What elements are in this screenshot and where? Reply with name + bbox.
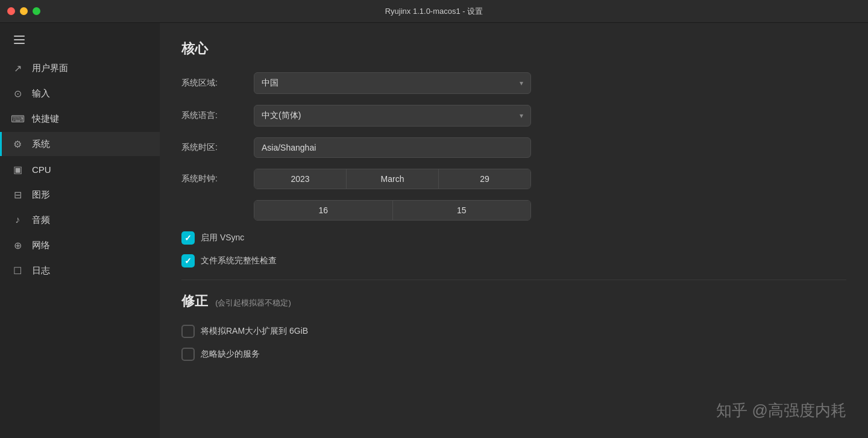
hamburger-icon	[14, 36, 25, 44]
vsync-row: ✓ 启用 VSync	[181, 231, 846, 245]
region-control: 中国 ▾	[254, 72, 531, 94]
fix-subtitle: (会引起模拟器不稳定)	[215, 298, 291, 307]
sidebar-label-ui: 用户界面	[32, 63, 68, 74]
titlebar: Ryujinx 1.1.0-macos1 - 设置	[0, 0, 868, 23]
section-divider	[181, 280, 846, 280]
hotkeys-icon: ⌨	[11, 113, 24, 125]
audio-icon: ♪	[11, 214, 24, 226]
vsync-label: 启用 VSync	[201, 233, 244, 243]
language-label: 系统语言:	[181, 110, 254, 121]
fscheck-row: ✓ 文件系统完整性检查	[181, 254, 846, 267]
time-row: 16 15	[254, 200, 846, 221]
timezone-value: Asia/Shanghai	[262, 143, 316, 152]
ignoreservices-label: 忽略缺少的服务	[201, 349, 260, 360]
sidebar-label-system: 系统	[32, 139, 50, 150]
maximize-button[interactable]	[33, 7, 40, 15]
window-controls[interactable]	[7, 7, 40, 15]
sidebar-item-log[interactable]: ☐ 日志	[0, 258, 160, 283]
check-icon: ✓	[184, 256, 192, 266]
month-cell[interactable]: March	[347, 169, 439, 189]
fscheck-label: 文件系统完整性检查	[201, 255, 277, 266]
chevron-down-icon: ▾	[520, 79, 523, 87]
sidebar-label-network: 网络	[32, 240, 50, 251]
content-area: 核心 系统区域: 中国 ▾ 系统语言: 中文(简体) ▾ 系统时区:	[160, 23, 868, 438]
sidebar: ↗ 用户界面 ⊙ 输入 ⌨ 快捷键 ⚙ 系统 ▣ CPU ⊟ 图形 ♪ 音频	[0, 23, 160, 438]
sidebar-label-graphics: 图形	[32, 189, 50, 201]
sidebar-label-log: 日志	[32, 265, 50, 277]
clock-date-control: 2023 March 29	[254, 169, 531, 189]
expandram-row: 将模拟RAM大小扩展到 6GiB	[181, 325, 846, 338]
chevron-down-icon: ▾	[520, 111, 523, 120]
sidebar-label-hotkeys: 快捷键	[32, 113, 59, 125]
sidebar-label-input: 输入	[32, 88, 50, 99]
timezone-control: Asia/Shanghai	[254, 137, 531, 158]
language-control: 中文(简体) ▾	[254, 105, 531, 127]
hour-cell[interactable]: 16	[254, 201, 393, 220]
graphics-icon: ⊟	[11, 189, 24, 201]
vsync-checkbox[interactable]: ✓	[181, 231, 195, 245]
sidebar-label-cpu: CPU	[32, 164, 51, 175]
time-picker-wrapper: 16 15	[254, 200, 531, 221]
clock-label: 系统时钟:	[181, 174, 254, 184]
sidebar-item-cpu[interactable]: ▣ CPU	[0, 157, 160, 181]
day-cell[interactable]: 29	[439, 169, 530, 189]
region-row: 系统区域: 中国 ▾	[181, 72, 846, 94]
sidebar-item-audio[interactable]: ♪ 音频	[0, 208, 160, 232]
sidebar-item-input[interactable]: ⊙ 输入	[0, 81, 160, 105]
language-row: 系统语言: 中文(简体) ▾	[181, 105, 846, 127]
ignoreservices-checkbox[interactable]	[181, 348, 195, 361]
fix-section-title: 修正 (会引起模拟器不稳定)	[181, 292, 846, 310]
ui-icon: ↗	[11, 62, 24, 74]
fix-title: 修正	[181, 293, 208, 308]
language-value: 中文(简体)	[262, 110, 301, 121]
log-icon: ☐	[11, 264, 24, 277]
expandram-checkbox[interactable]	[181, 325, 195, 338]
watermark: 知乎 @高强度内耗	[716, 400, 846, 421]
sidebar-item-hotkeys[interactable]: ⌨ 快捷键	[0, 107, 160, 131]
fscheck-checkbox[interactable]: ✓	[181, 254, 195, 267]
sidebar-label-audio: 音频	[32, 214, 50, 226]
time-picker: 16 15	[254, 200, 531, 221]
expandram-label: 将模拟RAM大小扩展到 6GiB	[201, 326, 308, 337]
timezone-input[interactable]: Asia/Shanghai	[254, 137, 531, 158]
main-layout: ↗ 用户界面 ⊙ 输入 ⌨ 快捷键 ⚙ 系统 ▣ CPU ⊟ 图形 ♪ 音频	[0, 23, 868, 438]
region-value: 中国	[262, 78, 278, 89]
close-button[interactable]	[7, 7, 15, 15]
sidebar-item-system[interactable]: ⚙ 系统	[0, 132, 160, 156]
cpu-icon: ▣	[11, 163, 24, 175]
region-dropdown[interactable]: 中国 ▾	[254, 72, 531, 94]
sidebar-item-graphics[interactable]: ⊟ 图形	[0, 183, 160, 207]
network-icon: ⊕	[11, 239, 24, 251]
date-picker: 2023 March 29	[254, 169, 531, 189]
system-icon: ⚙	[11, 138, 24, 150]
minimize-button[interactable]	[20, 7, 28, 15]
sidebar-item-ui[interactable]: ↗ 用户界面	[0, 56, 160, 80]
hamburger-menu-button[interactable]	[7, 29, 31, 51]
sidebar-item-network[interactable]: ⊕ 网络	[0, 233, 160, 257]
clock-row: 系统时钟: 2023 March 29	[181, 169, 846, 189]
check-icon: ✓	[184, 233, 192, 243]
minute-cell[interactable]: 15	[393, 201, 531, 220]
year-cell[interactable]: 2023	[254, 169, 347, 189]
window-title: Ryujinx 1.1.0-macos1 - 设置	[385, 6, 483, 17]
region-label: 系统区域:	[181, 78, 254, 89]
timezone-row: 系统时区: Asia/Shanghai	[181, 137, 846, 158]
language-dropdown[interactable]: 中文(简体) ▾	[254, 105, 531, 127]
input-icon: ⊙	[11, 87, 24, 99]
core-section-title: 核心	[181, 40, 846, 58]
ignoreservices-row: 忽略缺少的服务	[181, 348, 846, 361]
timezone-label: 系统时区:	[181, 142, 254, 153]
